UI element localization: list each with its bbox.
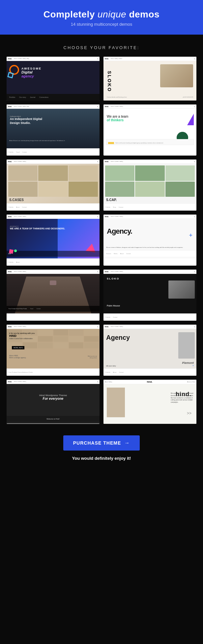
demo5-preview: S.CASES — [7, 164, 100, 203]
demo13-brand: hind. — [8, 381, 12, 383]
demo9-footer: From Freshly Printed Prelax Portals Trav… — [7, 306, 100, 312]
demo3-footer-text: Portfolio — [9, 151, 14, 153]
demo-card-14[interactable]: About Gallery hind. About us Store hind.… — [103, 380, 196, 424]
demo-card-10[interactable]: hind. Home Portfolio Gallery ≡ SLOKO Pal… — [103, 270, 196, 321]
choose-section: CHOOSE YOUR FAVORITE: — [0, 35, 203, 57]
purchase-button[interactable]: PURCHASE THEME → — [63, 435, 140, 451]
demo7-green-circle — [14, 249, 17, 252]
demo10-footer: Portfolio Contact — [103, 313, 196, 321]
demo5-brand: hind. — [8, 161, 12, 162]
demo-card-5[interactable]: hind. Home Portfolio Gallery ≡ S.CASES P… — [7, 160, 100, 211]
demo-card-13[interactable]: hind. Home Portfolio Gallery ≡ Hind Word… — [7, 380, 100, 424]
demo3-footer-text2: Travel — [16, 151, 20, 153]
demo3-topbar: hind. Home Portfolio Gallery Blog ≡ — [7, 104, 100, 109]
demo6-topbar: hind. Home Portfolio Gallery ≡ — [103, 160, 196, 164]
demo1-nav2: Portfolio — [17, 58, 22, 59]
demo3-footer: Portfolio Travel Contact — [7, 148, 100, 156]
purchase-section: PURCHASE THEME → You would definitely en… — [0, 424, 203, 467]
demo7-shapes — [9, 249, 17, 253]
demo3-brand: hind. — [8, 105, 12, 107]
demo6-item1 — [105, 165, 134, 181]
demo12-footer: Portfolio About Contact — [103, 368, 196, 376]
demo13-line2: For everyone — [10, 397, 96, 400]
demo5-topbar: hind. Home Portfolio Gallery ≡ — [7, 160, 100, 164]
demo4-brand: hind. — [105, 105, 109, 107]
demo-card-1[interactable]: hind. Home Portfolio Gallery Blog ≡ AWES… — [7, 57, 100, 101]
footer-ourstory: Our story — [19, 96, 26, 98]
demo5-item1 — [8, 165, 38, 181]
demo11-hind: HIND — [9, 334, 35, 337]
demo7-text: AGENCY WE ARE A TEAM OF THINKERS AND DES… — [10, 225, 65, 230]
demo7-main: WE ARE A TEAM OF THINKERS AND DESIGNERS. — [10, 227, 65, 230]
footer-journal: Journal — [30, 96, 35, 98]
header-title: Completely unique demos — [7, 9, 196, 20]
demo6-brand: hind. — [105, 161, 109, 162]
demo13-footer-bar: Welcome to Hind! — [7, 416, 100, 422]
demo11-line3: make it come from collaboration. — [9, 337, 35, 339]
demo9-footer-text2: Travel — [30, 308, 33, 309]
demo1-textblock: AWESOME Digital agency — [21, 67, 42, 78]
demo9-topbar: hind. Home Portfolio Gallery ≡ — [7, 270, 100, 274]
demo9-icons: ≡ — [97, 271, 98, 273]
demo14-arrows: >> — [187, 411, 191, 416]
demo3-preview: Independent An Independent DigitalDesign… — [7, 109, 100, 148]
demo4-yellow-tag — [108, 142, 114, 144]
demo1-nav1: Home — [14, 58, 17, 59]
demo3-text: Independent An Independent DigitalDesign… — [10, 115, 42, 125]
demo11-cta[interactable]: MORE INFO — [12, 346, 24, 349]
demo4-icons: ≡ — [194, 105, 195, 107]
demo6-scap-label: S.CAP. — [106, 198, 117, 202]
footer-connections: Connections — [39, 96, 48, 98]
demo-card-11[interactable]: hind. Home Portfolio Gallery ≡ k for you… — [7, 325, 100, 376]
demo12-brand: hind. — [105, 326, 109, 328]
demo6-item5 — [135, 182, 164, 197]
demo-card-6[interactable]: hind. Home Portfolio Gallery ≡ S.CAP. Po… — [103, 160, 196, 211]
demo13-text: Hind Wordpress Theme For everyone — [10, 394, 96, 400]
demo2-nav2: Gallery — [114, 58, 118, 59]
demo8-agency: Agency. — [107, 227, 132, 236]
demo6-footer: Portfolio Shop Contact — [103, 203, 196, 211]
demo14-brand-center: hind. — [147, 381, 153, 383]
demo10-sloko-label: SLOKO — [107, 277, 119, 280]
demo4-bottom-tags: Hind is a full-service branding and digi… — [108, 142, 163, 144]
demo7-topbar: hind. Home Portfolio Gallery ≡ — [7, 215, 100, 219]
demo-card-9[interactable]: hind. Home Portfolio Gallery ≡ From Fres… — [7, 270, 100, 321]
demo11-textblock: k for you by working with you. HIND make… — [9, 332, 35, 339]
demo10-palmhouse-label: Palm House — [107, 305, 120, 307]
demo14-preview: hind. We specialize in design and brand … — [103, 384, 196, 424]
enjoy-label: You would definitely enjoy it! — [72, 456, 131, 461]
demo-card-2[interactable]: hind. Home Gallery Edition ≡ SLOKO Conta… — [103, 57, 196, 101]
demo6-item3 — [165, 165, 195, 181]
demo3-footer-text3: Contact — [22, 151, 27, 153]
demo5-item6 — [69, 182, 98, 197]
demo2-footer-info: Contact details and Bookings here +44 20… — [107, 96, 193, 98]
demo-card-8[interactable]: hind. Home Portfolio Gallery ≡ Agency. +… — [103, 215, 196, 266]
demo-card-12[interactable]: hind. Home Portfolio Gallery ≡ Agency Pi… — [103, 325, 196, 376]
demo10-preview: SLOKO Palm House — [103, 274, 196, 313]
enjoy-text: You would definitely enjoy it! — [7, 456, 196, 461]
demo11-icons: ≡ — [97, 326, 98, 328]
demo-card-3[interactable]: hind. Home Portfolio Gallery Blog ≡ Inde… — [7, 104, 100, 156]
demo14-description: We specialize in design and brand develo… — [171, 393, 194, 404]
demo6-item2 — [135, 165, 164, 181]
demo7-preview: AGENCY WE ARE A TEAM OF THINKERS AND DES… — [7, 219, 100, 258]
demo2-laptop — [160, 64, 193, 87]
demo8-preview: Agency. + We are a team of thinkers, des… — [103, 219, 196, 258]
demo1-icons: ≡ — [97, 58, 98, 60]
demo4-text: We are a team of thinkers — [107, 115, 128, 122]
demo6-item4 — [105, 182, 134, 197]
demo4-preview: We are a team of thinkers Hind is a full… — [103, 109, 196, 148]
title-demos: demos — [129, 9, 160, 19]
demo1-square — [7, 72, 14, 78]
demo4-bottom-bar: Hind is a full-service branding and digi… — [106, 139, 194, 145]
title-unique: unique — [98, 9, 126, 19]
demo1-agency: agency — [21, 74, 42, 78]
demo14-figure — [107, 388, 125, 417]
demo-card-7[interactable]: hind. Home Portfolio Gallery ≡ AGENCY WE… — [7, 215, 100, 266]
demo-card-4[interactable]: hind. Home Portfolio Gallery ≡ We are a … — [103, 104, 196, 156]
demo10-icons: ≡ — [194, 271, 195, 273]
demo3-main: An Independent DigitalDesign Studio. — [10, 117, 42, 125]
demo1-brand: hind. — [8, 58, 12, 60]
demo3-description: Adrian Brown is an interdisciplinary des… — [9, 140, 97, 142]
demo1-footer: Portfolio Our story Journal Connections — [7, 94, 100, 101]
